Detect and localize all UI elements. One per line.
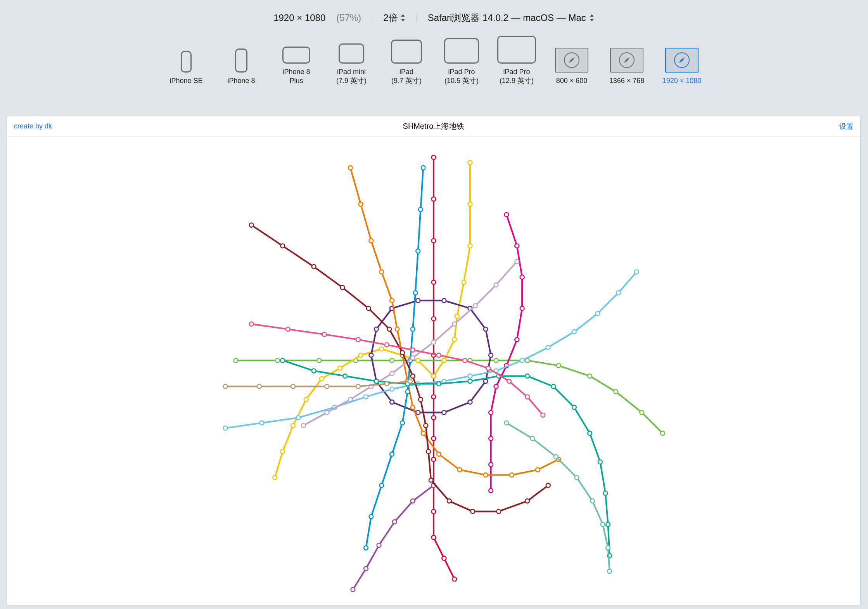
station-node[interactable]: [432, 155, 436, 159]
station-node[interactable]: [432, 197, 436, 201]
station-node[interactable]: [462, 280, 466, 284]
station-node[interactable]: [484, 327, 488, 331]
station-node[interactable]: [603, 491, 608, 495]
station-node[interactable]: [223, 384, 228, 389]
station-node[interactable]: [280, 450, 285, 454]
station-node[interactable]: [432, 535, 436, 540]
station-node[interactable]: [432, 509, 436, 514]
station-node[interactable]: [395, 327, 399, 331]
device-preset-ipad-mini[interactable]: iPad mini(7.9 英寸): [330, 43, 373, 85]
station-node[interactable]: [468, 374, 472, 378]
device-preset-ipad-pro-105[interactable]: iPad Pro(10.5 英寸): [440, 38, 483, 85]
station-node[interactable]: [416, 298, 420, 303]
station-node[interactable]: [484, 473, 488, 477]
station-node[interactable]: [408, 379, 412, 383]
station-node[interactable]: [379, 483, 384, 488]
station-node[interactable]: [442, 298, 446, 303]
station-node[interactable]: [525, 374, 529, 378]
station-node[interactable]: [348, 397, 353, 401]
station-node[interactable]: [489, 462, 493, 467]
station-node[interactable]: [418, 397, 423, 401]
station-node[interactable]: [280, 244, 285, 248]
station-node[interactable]: [432, 415, 436, 420]
station-node[interactable]: [515, 337, 519, 342]
station-node[interactable]: [447, 499, 451, 503]
station-node[interactable]: [223, 426, 228, 430]
station-node[interactable]: [356, 384, 360, 389]
station-node[interactable]: [520, 306, 524, 311]
station-node[interactable]: [531, 436, 535, 441]
station-node[interactable]: [369, 353, 373, 357]
station-node[interactable]: [356, 337, 360, 342]
station-node[interactable]: [468, 400, 472, 404]
station-node[interactable]: [296, 415, 301, 420]
station-node[interactable]: [385, 343, 389, 347]
station-node[interactable]: [452, 322, 456, 326]
station-node[interactable]: [400, 351, 405, 355]
station-node[interactable]: [525, 499, 529, 503]
station-node[interactable]: [341, 285, 345, 290]
scale-stepper[interactable]: 2倍: [383, 12, 405, 24]
station-node[interactable]: [432, 436, 436, 441]
station-node[interactable]: [411, 374, 415, 378]
station-node[interactable]: [510, 473, 514, 477]
station-node[interactable]: [367, 306, 371, 311]
station-node[interactable]: [520, 275, 524, 279]
station-node[interactable]: [411, 327, 415, 331]
station-node[interactable]: [484, 379, 488, 383]
station-node[interactable]: [458, 468, 462, 472]
station-node[interactable]: [494, 384, 498, 389]
station-node[interactable]: [312, 265, 316, 269]
station-node[interactable]: [494, 358, 498, 363]
station-node[interactable]: [541, 413, 545, 417]
station-node[interactable]: [442, 410, 446, 415]
station-node[interactable]: [554, 455, 558, 459]
station-node[interactable]: [525, 395, 529, 399]
station-node[interactable]: [390, 400, 394, 404]
device-preset-custom-1366[interactable]: 1366 × 768: [605, 48, 648, 85]
station-node[interactable]: [390, 387, 394, 391]
station-node[interactable]: [588, 431, 592, 436]
station-node[interactable]: [429, 478, 433, 482]
station-node[interactable]: [291, 424, 295, 428]
station-node[interactable]: [496, 509, 501, 514]
station-node[interactable]: [387, 327, 392, 331]
station-node[interactable]: [607, 569, 612, 573]
station-node[interactable]: [416, 249, 420, 253]
station-node[interactable]: [369, 239, 373, 243]
station-node[interactable]: [348, 166, 353, 170]
station-node[interactable]: [385, 382, 389, 386]
station-node[interactable]: [390, 358, 394, 363]
device-preset-iphone-8[interactable]: iPhone 8: [220, 48, 263, 85]
station-node[interactable]: [234, 358, 238, 363]
station-node[interactable]: [572, 330, 576, 334]
station-node[interactable]: [338, 366, 342, 370]
station-node[interactable]: [406, 389, 410, 394]
station-node[interactable]: [374, 379, 379, 383]
station-node[interactable]: [413, 291, 418, 295]
station-node[interactable]: [432, 374, 436, 378]
station-node[interactable]: [432, 395, 436, 399]
station-node[interactable]: [390, 371, 394, 375]
station-node[interactable]: [400, 421, 405, 425]
station-node[interactable]: [359, 353, 363, 357]
station-node[interactable]: [273, 476, 277, 480]
station-node[interactable]: [437, 353, 441, 357]
station-node[interactable]: [452, 337, 456, 342]
device-preset-custom-800[interactable]: 800 × 600: [550, 48, 593, 85]
station-node[interactable]: [507, 379, 511, 383]
station-node[interactable]: [551, 384, 555, 389]
station-node[interactable]: [325, 410, 329, 415]
station-node[interactable]: [590, 499, 595, 503]
station-node[interactable]: [325, 384, 329, 389]
station-node[interactable]: [411, 499, 415, 503]
station-node[interactable]: [437, 382, 441, 386]
metro-map[interactable]: [7, 137, 860, 605]
station-node[interactable]: [377, 543, 381, 547]
station-node[interactable]: [614, 389, 618, 394]
station-node[interactable]: [432, 317, 436, 321]
station-node[interactable]: [322, 332, 327, 337]
station-node[interactable]: [486, 366, 491, 370]
station-node[interactable]: [468, 161, 472, 165]
station-node[interactable]: [616, 291, 621, 295]
